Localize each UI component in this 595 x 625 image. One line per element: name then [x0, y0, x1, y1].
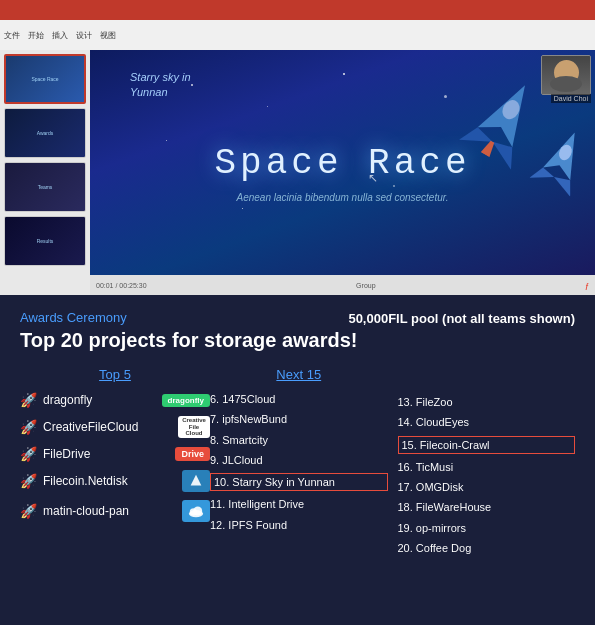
- list-item: 6. 1475Cloud: [210, 392, 388, 406]
- slide-thumb-2[interactable]: Awards: [4, 108, 86, 158]
- rocket-large: [459, 70, 551, 169]
- star-7: [444, 95, 447, 98]
- star-2: [267, 106, 268, 107]
- next15-column: Next 15 6. 1475Cloud 7. ipfsNewBund 8. S…: [210, 367, 575, 561]
- list-item: 14. CloudEyes: [398, 415, 576, 429]
- list-item: 9. JLCloud: [210, 453, 388, 467]
- svg-point-11: [193, 507, 202, 516]
- project-emoji: 🚀: [20, 446, 37, 462]
- presenter-avatar: [541, 55, 591, 95]
- project-name: matin-cloud-pan: [43, 504, 176, 518]
- slide-group: Group: [356, 282, 375, 289]
- columns-container: Top 5 🚀 dragonfly dragonfly 🚀 CreativeFi…: [20, 367, 575, 561]
- list-item-highlighted-yunnan: 10. Starry Sky in Yunnan: [210, 473, 388, 491]
- star-6: [242, 208, 243, 209]
- list-item: 18. FileWareHouse: [398, 500, 576, 514]
- list-item: 12. IPFS Found: [210, 518, 388, 532]
- slide-thumb-4[interactable]: Results: [4, 216, 86, 266]
- next15-header-row: Next 15 6. 1475Cloud 7. ipfsNewBund 8. S…: [210, 367, 575, 561]
- star-3: [343, 73, 345, 75]
- list-item: 🚀 matin-cloud-pan: [20, 500, 210, 522]
- list-item: 13. FileZoo: [398, 395, 576, 409]
- slide-time: 00:01 / 00:25:30: [96, 282, 147, 289]
- list-item: 🚀 dragonfly dragonfly: [20, 392, 210, 408]
- awards-section: 50,000FIL pool (not all teams shown) Awa…: [0, 295, 595, 625]
- project-badge-dragonfly: dragonfly: [162, 394, 210, 407]
- project-name: Filecoin.Netdisk: [43, 474, 176, 488]
- project-name: dragonfly: [43, 393, 156, 407]
- slide-main-title: Space Race: [214, 143, 470, 184]
- project-badge-netdisk: [182, 470, 210, 492]
- list-item: 7. ipfsNewBund: [210, 412, 388, 426]
- next15-col1-wrapper: Next 15 6. 1475Cloud 7. ipfsNewBund 8. S…: [210, 367, 388, 561]
- main-slide: Starry sky inYunnan: [90, 50, 595, 275]
- project-emoji: 🚀: [20, 419, 37, 435]
- toolbar-view[interactable]: 视图: [100, 30, 116, 41]
- list-item: 🚀 Filecoin.Netdisk: [20, 470, 210, 492]
- slide-icon-f: ƒ: [585, 282, 589, 289]
- list-item: 19. op-mirrors: [398, 521, 576, 535]
- list-item: 17. OMGDisk: [398, 480, 576, 494]
- project-badge-creative: CreativeFileCloud: [178, 416, 210, 438]
- next15-col2-wrapper: 13. FileZoo 14. CloudEyes 15. Filecoin-C…: [398, 367, 576, 561]
- presentation-area: Slingshot - Phase 1 Closing Ceremony 文件 …: [0, 0, 595, 295]
- slide-thumb-3[interactable]: Teams: [4, 162, 86, 212]
- list-item: 8. Smartcity: [210, 433, 388, 447]
- presentation-bg: Slingshot - Phase 1 Closing Ceremony 文件 …: [0, 0, 595, 295]
- project-badge-cloud: [182, 500, 210, 522]
- rocket-small: [529, 123, 595, 196]
- list-item: 🚀 CreativeFileCloud CreativeFileCloud: [20, 416, 210, 438]
- toolbar-file[interactable]: 文件: [4, 30, 20, 41]
- awards-title: Top 20 projects for storage awards!: [20, 329, 575, 352]
- project-name: CreativeFileCloud: [43, 420, 172, 434]
- svg-marker-4: [481, 139, 497, 157]
- next15-header: Next 15: [210, 367, 388, 382]
- toolbar-edit[interactable]: 开始: [28, 30, 44, 41]
- slides-panel: Space Race Awards Teams Results: [0, 50, 90, 295]
- presenter-name: David Choi: [551, 94, 591, 103]
- slide-bottom-bar: 00:01 / 00:25:30 Group ƒ: [90, 275, 595, 295]
- avatar-body: [550, 76, 582, 92]
- star-5: [393, 185, 395, 187]
- top5-header: Top 5: [20, 367, 210, 382]
- slide-small-title: Starry sky inYunnan: [130, 70, 191, 101]
- project-emoji: 🚀: [20, 392, 37, 408]
- sub-toolbar: 文件 开始 插入 设计 视图: [0, 20, 595, 50]
- cursor-indicator: ↖: [368, 171, 378, 185]
- project-name: FileDrive: [43, 447, 169, 461]
- star-4: [166, 140, 167, 141]
- star-1: [191, 84, 193, 86]
- project-badge-drive: Drive: [175, 447, 210, 461]
- toolbar-design[interactable]: 设计: [76, 30, 92, 41]
- toolbar-insert[interactable]: 插入: [52, 30, 68, 41]
- next15-col2-spacer: [398, 367, 576, 395]
- svg-marker-6: [529, 164, 555, 187]
- list-item: 16. TicMusi: [398, 460, 576, 474]
- top5-column: Top 5 🚀 dragonfly dragonfly 🚀 CreativeFi…: [20, 367, 210, 561]
- list-item: 20. Coffee Dog: [398, 541, 576, 555]
- slide-thumb-1[interactable]: Space Race: [4, 54, 86, 104]
- list-item-highlighted-crawl: 15. Filecoin-Crawl: [398, 436, 576, 454]
- list-item: 11. Intelligent Drive: [210, 497, 388, 511]
- fil-pool-text: 50,000FIL pool (not all teams shown): [348, 310, 575, 328]
- list-item: 🚀 FileDrive Drive: [20, 446, 210, 462]
- project-emoji: 🚀: [20, 473, 37, 489]
- project-emoji: 🚀: [20, 503, 37, 519]
- slide-subtitle: Aenean lacinia bibendum nulla sed consec…: [237, 192, 449, 203]
